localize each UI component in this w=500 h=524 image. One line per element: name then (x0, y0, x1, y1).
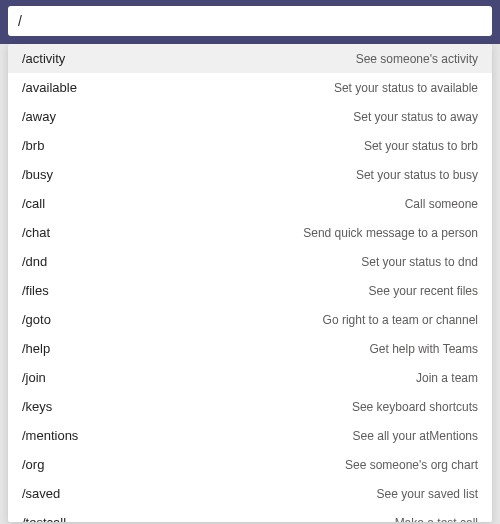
command-row[interactable]: /mentionsSee all your atMentions (8, 421, 492, 450)
command-row[interactable]: /joinJoin a team (8, 363, 492, 392)
command-name: /files (22, 283, 49, 298)
command-row[interactable]: /helpGet help with Teams (8, 334, 492, 363)
command-desc: See all your atMentions (353, 429, 478, 443)
command-row[interactable]: /filesSee your recent files (8, 276, 492, 305)
command-desc: Set your status to dnd (361, 255, 478, 269)
command-row[interactable]: /testcallMake a test call (8, 508, 492, 522)
command-row[interactable]: /dndSet your status to dnd (8, 247, 492, 276)
command-name: /call (22, 196, 45, 211)
command-row[interactable]: /keysSee keyboard shortcuts (8, 392, 492, 421)
command-desc: See someone's org chart (345, 458, 478, 472)
command-row[interactable]: /brbSet your status to brb (8, 131, 492, 160)
command-desc: Make a test call (395, 516, 478, 523)
command-name: /goto (22, 312, 51, 327)
command-name: /chat (22, 225, 50, 240)
command-name: /dnd (22, 254, 47, 269)
command-row[interactable]: /busySet your status to busy (8, 160, 492, 189)
command-desc: Set your status to brb (364, 139, 478, 153)
command-row[interactable]: /callCall someone (8, 189, 492, 218)
command-row[interactable]: /chatSend quick message to a person (8, 218, 492, 247)
search-input[interactable] (18, 13, 482, 29)
command-desc: Join a team (416, 371, 478, 385)
command-desc: See keyboard shortcuts (352, 400, 478, 414)
command-desc: Send quick message to a person (303, 226, 478, 240)
command-desc: See someone's activity (356, 52, 478, 66)
command-name: /available (22, 80, 77, 95)
command-name: /testcall (22, 515, 66, 522)
command-name: /activity (22, 51, 65, 66)
command-row[interactable]: /gotoGo right to a team or channel (8, 305, 492, 334)
command-name: /mentions (22, 428, 78, 443)
command-desc: Get help with Teams (370, 342, 479, 356)
command-name: /join (22, 370, 46, 385)
command-desc: Set your status to busy (356, 168, 478, 182)
command-desc: Go right to a team or channel (323, 313, 478, 327)
command-name: /keys (22, 399, 52, 414)
command-name: /away (22, 109, 56, 124)
command-row[interactable]: /activitySee someone's activity (8, 44, 492, 73)
command-name: /saved (22, 486, 60, 501)
command-row[interactable]: /orgSee someone's org chart (8, 450, 492, 479)
command-desc: See your recent files (369, 284, 478, 298)
command-desc: Set your status to available (334, 81, 478, 95)
command-row[interactable]: /savedSee your saved list (8, 479, 492, 508)
command-name: /help (22, 341, 50, 356)
header-bar (0, 0, 500, 44)
command-name: /busy (22, 167, 53, 182)
command-row[interactable]: /availableSet your status to available (8, 73, 492, 102)
command-desc: See your saved list (377, 487, 478, 501)
command-desc: Set your status to away (353, 110, 478, 124)
command-name: /brb (22, 138, 44, 153)
search-wrapper[interactable] (8, 6, 492, 36)
command-name: /org (22, 457, 44, 472)
command-dropdown: /activitySee someone's activity/availabl… (8, 44, 492, 522)
command-row[interactable]: /awaySet your status to away (8, 102, 492, 131)
command-desc: Call someone (405, 197, 478, 211)
